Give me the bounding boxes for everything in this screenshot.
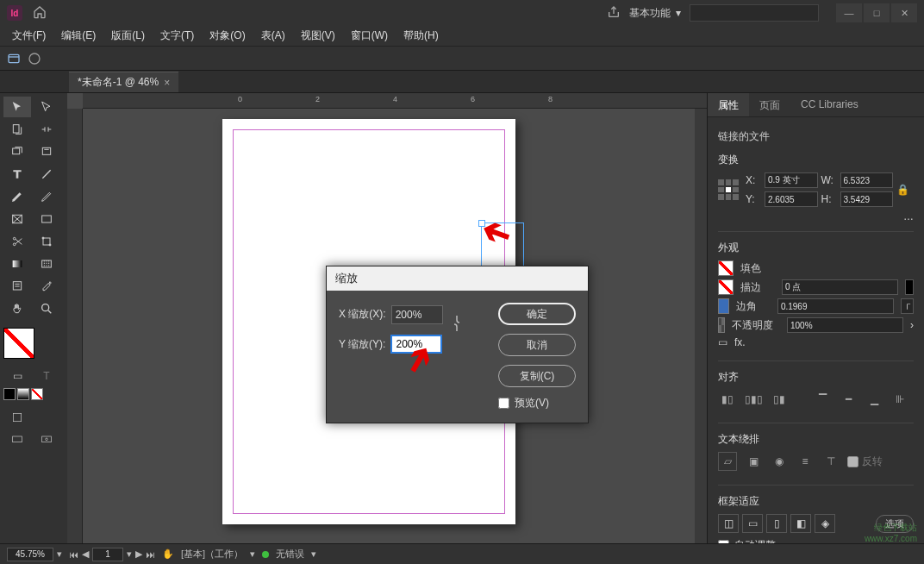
gradient-feather-tool[interactable]: [33, 254, 60, 274]
search-input[interactable]: [690, 4, 819, 22]
type-tool[interactable]: [3, 164, 31, 185]
maximize-button[interactable]: □: [864, 3, 890, 22]
h-input[interactable]: [840, 191, 894, 207]
tab-cc-libraries[interactable]: CC Libraries: [790, 93, 869, 116]
canvas[interactable]: 0 2 4 6 8 缩放 X 缩放(X):: [67, 93, 707, 543]
fit-content-prop[interactable]: ◫: [718, 514, 739, 533]
copy-button[interactable]: 复制(C): [498, 365, 576, 387]
wrap-shape[interactable]: ◉: [770, 452, 789, 471]
menu-file[interactable]: 文件(F): [5, 27, 53, 45]
page-input[interactable]: [92, 548, 123, 561]
stroke-style[interactable]: [905, 279, 914, 295]
align-hcenter[interactable]: ▯▮▯: [744, 390, 763, 409]
chevron-down-icon[interactable]: ▾: [250, 548, 255, 560]
home-icon[interactable]: [33, 5, 47, 22]
page-next2[interactable]: ⏭: [146, 549, 155, 560]
hand-tool[interactable]: [3, 298, 31, 319]
corner-swatch[interactable]: [718, 298, 729, 314]
eyedropper-tool[interactable]: [33, 276, 60, 297]
stroke-weight-input[interactable]: [782, 279, 898, 295]
wrap-invert[interactable]: 反转: [847, 452, 883, 471]
chevron-down-icon[interactable]: ▾: [127, 548, 132, 560]
wrap-bounding[interactable]: ▣: [744, 452, 763, 471]
menu-help[interactable]: 帮助(H): [396, 27, 446, 45]
content-collector-tool[interactable]: [3, 141, 31, 162]
hand-icon[interactable]: ✋: [162, 548, 174, 560]
view-mode-normal[interactable]: [3, 407, 31, 428]
menu-type[interactable]: 文字(T): [153, 27, 201, 45]
fill-swatch[interactable]: [718, 260, 734, 276]
y-scale-input[interactable]: [390, 335, 442, 354]
align-top[interactable]: ▔: [813, 390, 832, 409]
gap-tool[interactable]: [33, 119, 60, 140]
rectangle-tool[interactable]: [33, 209, 60, 229]
x-scale-input[interactable]: [391, 305, 443, 324]
menu-view[interactable]: 视图(V): [294, 27, 342, 45]
preflight-preset[interactable]: [基本]（工作）: [181, 548, 243, 561]
page-next[interactable]: ▶: [135, 548, 142, 560]
line-tool[interactable]: [33, 164, 60, 185]
free-transform-tool[interactable]: [33, 231, 60, 252]
tab-properties[interactable]: 属性: [708, 93, 749, 116]
document-tab[interactable]: *未命名-1 @ 46% ×: [69, 72, 178, 92]
w-input[interactable]: [840, 172, 894, 188]
menu-layout[interactable]: 版面(L): [104, 27, 152, 45]
menu-edit[interactable]: 编辑(E): [54, 27, 103, 45]
scissors-tool[interactable]: [3, 231, 31, 252]
screen-mode-2[interactable]: [33, 429, 60, 450]
menu-object[interactable]: 对象(O): [203, 27, 252, 45]
formatting-text[interactable]: T: [33, 366, 60, 386]
opacity-input[interactable]: [787, 317, 903, 333]
more-options[interactable]: …: [903, 210, 914, 222]
preview-checkbox[interactable]: 预览(V): [498, 396, 576, 410]
stroke-swatch[interactable]: [718, 279, 734, 295]
reference-point[interactable]: [718, 179, 739, 200]
tab-close-icon[interactable]: ×: [164, 77, 170, 89]
align-left[interactable]: ▮▯: [718, 390, 737, 409]
apply-color[interactable]: [3, 388, 16, 400]
x-input[interactable]: [765, 172, 818, 188]
apply-gradient[interactable]: [17, 388, 29, 400]
align-right[interactable]: ▯▮: [770, 390, 789, 409]
selection-tool[interactable]: [3, 97, 31, 117]
page-tool[interactable]: [3, 119, 31, 140]
align-more[interactable]: ⊪: [890, 390, 909, 409]
page-prev[interactable]: ◀: [82, 548, 89, 560]
vertical-scrollbar[interactable]: [695, 109, 707, 543]
ok-button[interactable]: 确定: [498, 303, 576, 325]
link-icon[interactable]: [452, 313, 462, 336]
wrap-none[interactable]: ▱: [718, 452, 737, 471]
apply-none[interactable]: [31, 388, 43, 400]
menu-window[interactable]: 窗口(W): [344, 27, 395, 45]
fill-stroke-swatch[interactable]: [3, 328, 64, 359]
align-vcenter[interactable]: ━: [839, 390, 858, 409]
direct-selection-tool[interactable]: [33, 97, 60, 117]
align-bottom[interactable]: ▁: [865, 390, 883, 409]
page-prev2[interactable]: ⏮: [69, 549, 78, 560]
formatting-container[interactable]: ▭: [3, 366, 31, 386]
zoom-input[interactable]: [7, 548, 53, 561]
menu-table[interactable]: 表(A): [254, 27, 292, 45]
rectangle-frame-tool[interactable]: [3, 209, 31, 229]
corner-input[interactable]: [777, 298, 894, 314]
chevron-down-icon[interactable]: ▾: [311, 548, 316, 560]
fit-content[interactable]: ▭: [742, 514, 763, 533]
fill-frame[interactable]: ◧: [790, 514, 811, 533]
fx-icon[interactable]: ▭: [718, 336, 727, 348]
pen-tool[interactable]: [3, 186, 31, 207]
fit-frame[interactable]: ▯: [766, 514, 787, 533]
minimize-button[interactable]: —: [836, 3, 862, 22]
wrap-jump-next[interactable]: ⊤: [821, 452, 840, 471]
y-input[interactable]: [765, 191, 818, 207]
fx-label[interactable]: fx.: [734, 336, 746, 348]
corner-style[interactable]: ┌: [901, 298, 914, 314]
gradient-swatch-tool[interactable]: [3, 254, 31, 274]
close-button[interactable]: ✕: [891, 3, 917, 22]
constrain-icon[interactable]: 🔒: [896, 184, 914, 196]
workspace-selector[interactable]: 基本功能 ▾: [629, 6, 681, 21]
note-tool[interactable]: [3, 276, 31, 297]
opacity-swatch[interactable]: [718, 317, 725, 333]
preflight-status[interactable]: 无错误: [276, 548, 304, 561]
content-placer-tool[interactable]: [33, 141, 60, 162]
chevron-down-icon[interactable]: ▾: [57, 548, 62, 560]
